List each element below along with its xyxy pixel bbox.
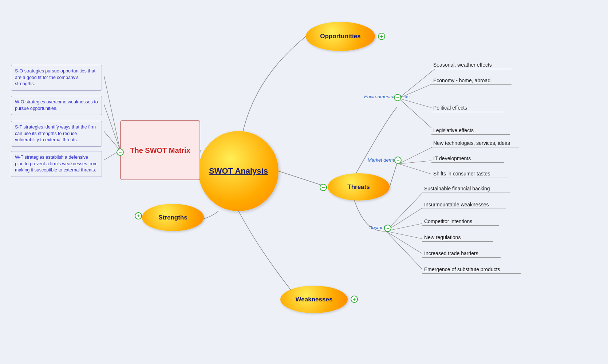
svg-line-14 — [386, 231, 424, 255]
leaf-economy: Economy - home, abroad — [431, 76, 512, 85]
leaf-sustainable: Sustainable financial backing — [422, 185, 510, 193]
central-node[interactable]: SWOT Analysis — [198, 131, 279, 211]
market-toggle[interactable]: − — [394, 157, 402, 164]
svg-line-13 — [386, 231, 424, 239]
svg-line-11 — [386, 207, 424, 231]
strengths-toggle[interactable]: + — [135, 212, 142, 219]
weaknesses-toggle[interactable]: + — [351, 296, 358, 303]
wo-strategy-text: W-O strategies overcome weaknesses to pu… — [15, 99, 98, 111]
wt-strategy-box: W-T strategies establish a defensive pla… — [11, 151, 102, 177]
node-strengths[interactable]: Strengths — [142, 204, 204, 231]
opportunities-toggle[interactable]: + — [378, 33, 385, 40]
st-strategy-box: S-T strategies identify ways that the fi… — [11, 121, 102, 147]
environmental-effects-label: Environmental effects — [364, 94, 410, 99]
svg-line-16 — [104, 75, 120, 150]
svg-line-2 — [390, 164, 397, 187]
leaf-regulations: New regulations — [422, 233, 493, 242]
so-strategy-text: S-O strategies pursue opportunities that… — [15, 68, 95, 86]
environmental-toggle[interactable]: − — [394, 94, 401, 101]
svg-line-15 — [386, 231, 424, 271]
obstacles-toggle[interactable]: − — [384, 225, 391, 232]
node-weaknesses[interactable]: Weaknesses — [280, 286, 348, 313]
opportunities-label: Opportunities — [320, 33, 360, 40]
svg-line-12 — [386, 223, 424, 231]
threats-label: Threats — [347, 183, 370, 191]
svg-line-17 — [104, 104, 120, 150]
swot-matrix-box[interactable]: The SWOT Matrix — [120, 120, 200, 180]
node-opportunities[interactable]: Opportunities — [306, 22, 375, 51]
leaf-trade-barriers: Increased trade barriers — [422, 249, 501, 258]
leaf-seasonal: Seasonal, weather effects — [431, 61, 512, 69]
leaf-substitute: Emergence of substitute products — [422, 265, 521, 274]
leaf-competitor: Competitor intentions — [422, 217, 499, 226]
weaknesses-label: Weaknesses — [296, 296, 333, 303]
leaf-it: IT developments — [431, 154, 504, 163]
svg-line-10 — [386, 191, 424, 231]
leaf-consumer: Shifts in consumer tastes — [431, 170, 508, 178]
leaf-technologies: New technologies, services, ideas — [431, 139, 519, 147]
st-strategy-text: S-T strategies identify ways that the fi… — [15, 124, 96, 142]
leaf-political: Political effects — [431, 104, 504, 112]
strengths-label: Strengths — [158, 214, 187, 221]
swot-matrix-toggle[interactable]: − — [117, 149, 124, 156]
leaf-insurmountable: Insurmountable weaknesses — [422, 201, 506, 209]
central-label: SWOT Analysis — [209, 166, 268, 177]
leaf-legislative: Legislative effects — [431, 126, 510, 135]
swot-matrix-label: The SWOT Matrix — [130, 146, 190, 155]
wt-strategy-text: W-T strategies establish a defensive pla… — [15, 155, 98, 173]
wo-strategy-box: W-O strategies overcome weaknesses to pu… — [11, 96, 102, 115]
svg-line-18 — [104, 131, 120, 150]
threats-toggle[interactable]: − — [320, 184, 327, 191]
node-threats[interactable]: Threats — [328, 173, 390, 201]
so-strategy-box: S-O strategies pursue opportunities that… — [11, 65, 102, 91]
